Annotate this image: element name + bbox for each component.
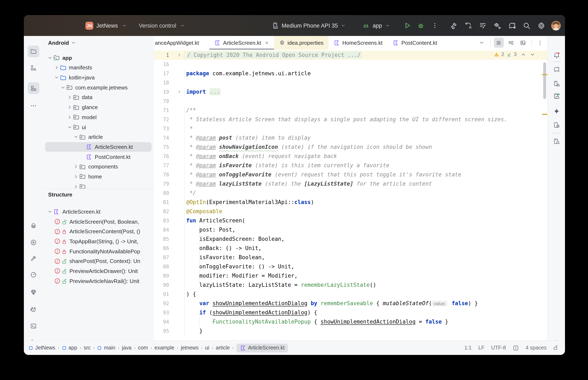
code-line-77[interactable]: 77 * @param isFavorite (state) is this i… [154, 161, 547, 170]
indent-setting[interactable]: 4 spaces [526, 345, 547, 351]
code-line-17[interactable]: 17package com.example.jetnews.ui.article [154, 69, 547, 78]
tab-ArticleScreen.kt[interactable]: ArticleScreen.kt [209, 36, 274, 50]
code-line-84[interactable]: 84 post: Post, [154, 225, 547, 234]
tree-item-manifests[interactable]: manifests [45, 63, 151, 73]
breadcrumb-main[interactable]: main [97, 345, 115, 351]
tab-PostContent.kt[interactable]: PostContent.kt [387, 36, 442, 50]
code-line-82[interactable]: 82@Composable [154, 207, 547, 216]
tool-window-project[interactable] [27, 46, 39, 57]
settings-gear-icon[interactable] [536, 20, 547, 31]
previous-problem-button[interactable] [520, 52, 526, 57]
more-options[interactable] [535, 38, 545, 48]
structure-item[interactable]: fArticleScreen(Post, Boolean, [45, 217, 151, 226]
run-configuration-selector[interactable]: app [373, 22, 382, 29]
breadcrumb-src[interactable]: src [84, 345, 91, 351]
tree-item-home[interactable]: home [45, 171, 151, 181]
structure-item[interactable]: fPreviewArticleDrawer(): Unit [45, 266, 151, 276]
breadcrumb-ArticleScreen.kt[interactable]: ArticleScreen.kt [236, 343, 288, 352]
tree-item-ArticleScreen.kt[interactable]: ArticleScreen.kt [45, 142, 151, 152]
tool-window-gradle[interactable] [550, 64, 562, 75]
breadcrumb-article[interactable]: article [216, 345, 230, 351]
tab-anceAppWidget.kt[interactable]: anceAppWidget.kt [154, 36, 209, 50]
code-line-1[interactable]: 1/ Copyright 2020 The Android Open Sourc… [154, 50, 547, 59]
next-problem-button[interactable] [530, 52, 535, 57]
breadcrumb-com[interactable]: com [138, 345, 148, 351]
attach-debugger-icon[interactable] [492, 20, 503, 31]
code-line-93[interactable]: 93 if (showUnimplementedActionDialog) { [154, 308, 547, 317]
tool-window-profiler[interactable] [27, 269, 39, 281]
code-line-18[interactable]: 18 [154, 78, 547, 87]
code-line-71[interactable]: 71/** [154, 106, 547, 115]
code-line-80[interactable]: 80 */ [154, 188, 547, 197]
tool-window-build[interactable] [27, 252, 39, 264]
tool-window-device-explorer[interactable] [550, 135, 562, 147]
tree-item-com.example.jetnews[interactable]: com.example.jetnews [45, 83, 151, 92]
tool-window-more-tool-windows[interactable] [27, 100, 39, 112]
code-line-73[interactable]: 73 * [154, 124, 547, 133]
build-hammer-icon[interactable] [448, 20, 459, 31]
code-line-85[interactable]: 85 isExpandedScreen: Boolean, [154, 234, 547, 244]
tree-item-data[interactable]: data [45, 92, 151, 102]
breadcrumb-jetnews[interactable]: jetnews [181, 345, 199, 351]
breadcrumb-ui[interactable]: ui [205, 345, 209, 351]
tab-idea.properties[interactable]: idea.properties [274, 36, 328, 50]
project-view-selector[interactable]: Android [43, 36, 154, 50]
tool-window-notifications[interactable] [550, 49, 562, 61]
code-line-92[interactable]: 92 var showUnimplementedActionDialog by … [154, 299, 547, 308]
code-line-95[interactable]: 95 } [154, 326, 547, 336]
tree-item-article[interactable]: article [45, 132, 151, 142]
tab-list-chevron[interactable] [476, 38, 487, 48]
project-selector[interactable]: JetNews [96, 22, 118, 29]
structure-item[interactable]: fsharePost(Post, Context): Un [45, 256, 151, 266]
breadcrumb-example[interactable]: example [154, 345, 174, 351]
code-line-16[interactable]: 16 [154, 59, 547, 69]
readonly-unlock-icon[interactable] [553, 345, 559, 351]
code-line-87[interactable]: 87 isFavorite: Boolean, [154, 253, 547, 262]
tree-item-ui[interactable]: ui [45, 122, 151, 132]
tree-item-kotlin+java[interactable]: kotlin+java [45, 73, 151, 83]
tool-window-resource-manager[interactable] [27, 62, 39, 74]
tree-item-glance[interactable]: glance [45, 102, 151, 112]
debug-button[interactable] [416, 20, 426, 31]
tool-window-app-inspection[interactable] [27, 220, 39, 232]
tree-item-components[interactable]: components [45, 162, 151, 171]
structure-item[interactable]: fFunctionalityNotAvailablePop [45, 247, 151, 256]
tool-window-terminal[interactable] [27, 320, 39, 332]
tree-item-PostContent.kt[interactable]: PostContent.kt [45, 152, 151, 162]
close-tab-button[interactable] [264, 40, 269, 45]
tool-window-device-mirroring[interactable] [550, 119, 562, 131]
tool-window-services[interactable] [27, 237, 39, 248]
split-view[interactable] [506, 38, 516, 48]
structure-item[interactable]: fArticleScreenContent(Post, () [45, 227, 151, 236]
device-selector[interactable]: Medium Phone API 35 [282, 22, 338, 29]
file-encoding[interactable]: UTF-8 [491, 345, 506, 351]
tab-HomeScreens.kt[interactable]: HomeScreens.kt [328, 36, 387, 50]
inspection-widget[interactable]: 23 [494, 51, 535, 58]
code-line-76[interactable]: 76 * @param onBack (event) request navig… [154, 152, 547, 161]
tool-window-gemini[interactable] [550, 105, 562, 117]
tree-item-partial[interactable] [45, 182, 151, 188]
code-line-70[interactable]: 70 [154, 96, 547, 106]
profiler-tracks-icon[interactable] [477, 20, 488, 31]
code-line-90[interactable]: 90 lazyListState: LazyListState = rememb… [154, 280, 547, 289]
code-line-91[interactable]: 91) { [154, 289, 547, 299]
code-line-88[interactable]: 88 onToggleFavorite: () -> Unit, [154, 262, 547, 271]
run-button[interactable] [402, 20, 413, 31]
breadcrumb-JetNews[interactable]: JetNews [28, 345, 55, 351]
inspection-warning-icon[interactable] [513, 345, 519, 351]
list-view[interactable] [494, 38, 504, 48]
more-run-options[interactable] [429, 20, 440, 31]
line-ending[interactable]: LF [478, 345, 485, 351]
user-avatar[interactable] [550, 20, 561, 31]
tool-window-logcat[interactable] [27, 304, 39, 316]
caret-position[interactable]: 1:1 [464, 345, 472, 351]
code-line-79[interactable]: 79 * @param lazyListState (state) the [L… [154, 179, 547, 188]
code-line-83[interactable]: 83fun ArticleScreen( [154, 216, 547, 225]
tool-window-device-manager[interactable] [550, 78, 562, 90]
code-editor[interactable]: 1/ Copyright 2020 The Android Open Sourc… [154, 50, 547, 341]
structure-root[interactable]: ArticleScreen.kt [45, 207, 151, 217]
code-line-81[interactable]: 81@OptIn(ExperimentalMaterial3Api::class… [154, 197, 547, 207]
gradle-sync-icon[interactable] [507, 20, 517, 31]
code-line-94[interactable]: 94 FunctionalityNotAvailablePopup { show… [154, 317, 547, 326]
code-line-86[interactable]: 86 onBack: () -> Unit, [154, 244, 547, 253]
